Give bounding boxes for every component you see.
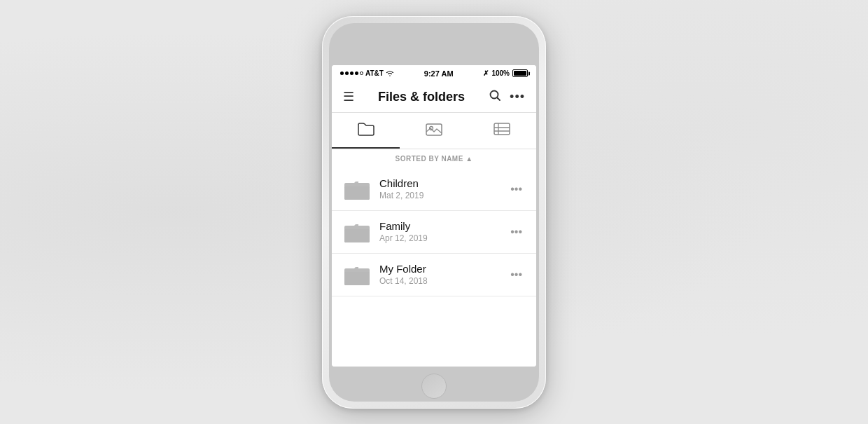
list-item[interactable]: Children Mat 2, 2019 ••• [332, 168, 536, 211]
svg-rect-4 [494, 123, 510, 135]
home-button[interactable] [421, 374, 447, 399]
list-item[interactable]: Family Apr 12, 2019 ••• [332, 211, 536, 254]
page-title: Files & folders [378, 90, 465, 104]
battery-icon [512, 69, 528, 77]
phone-device: AT&T 9:27 AM ✗ 100% [322, 16, 546, 409]
file-name: My Folder [379, 263, 507, 275]
signal-indicator [340, 71, 363, 75]
signal-dot-5 [360, 71, 363, 75]
bluetooth-icon: ✗ [483, 69, 489, 77]
file-more-button[interactable]: ••• [507, 266, 525, 284]
wifi-icon [386, 69, 394, 78]
file-date: Mat 2, 2019 [379, 191, 507, 200]
folder-icon [343, 262, 371, 287]
file-list: Children Mat 2, 2019 ••• Family [332, 168, 536, 367]
file-more-button[interactable]: ••• [507, 180, 525, 198]
folder-icon [343, 177, 371, 202]
phone-outer-shell: AT&T 9:27 AM ✗ 100% [322, 16, 546, 409]
list-tab-icon [493, 122, 510, 139]
file-name: Family [379, 220, 507, 232]
phone-screen: AT&T 9:27 AM ✗ 100% [332, 65, 536, 367]
header-actions: ••• [489, 89, 525, 105]
sort-bar[interactable]: SORTED BY NAME ▲ [332, 149, 536, 168]
menu-button[interactable]: ☰ [343, 90, 354, 103]
svg-rect-11 [344, 229, 370, 242]
list-item[interactable]: My Folder Oct 14, 2018 ••• [332, 254, 536, 296]
file-date: Oct 14, 2018 [379, 276, 507, 286]
file-date: Apr 12, 2019 [379, 233, 507, 243]
tab-list[interactable] [468, 114, 536, 148]
svg-rect-9 [344, 186, 370, 200]
status-left: AT&T [340, 69, 394, 78]
svg-line-1 [498, 97, 500, 100]
photos-tab-icon [426, 122, 442, 139]
file-info: Children Mat 2, 2019 [379, 177, 507, 200]
battery-percent: 100% [491, 69, 510, 77]
status-bar: AT&T 9:27 AM ✗ 100% [332, 65, 536, 82]
signal-dot-3 [350, 71, 354, 75]
status-right: ✗ 100% [483, 69, 528, 77]
more-options-button[interactable]: ••• [510, 90, 525, 104]
signal-dot-1 [340, 71, 344, 75]
tab-bar [332, 113, 536, 149]
status-time: 9:27 AM [424, 69, 454, 78]
svg-point-0 [491, 90, 498, 98]
search-button[interactable] [489, 89, 501, 105]
tab-folders[interactable] [332, 113, 400, 149]
folder-icon [343, 219, 371, 245]
battery-fill [514, 71, 526, 76]
file-name: Children [379, 177, 507, 189]
signal-dot-2 [345, 71, 349, 75]
file-info: My Folder Oct 14, 2018 [379, 263, 507, 286]
tab-photos[interactable] [400, 114, 468, 148]
file-info: Family Apr 12, 2019 [379, 220, 507, 243]
app-header: ☰ Files & folders ••• [332, 82, 536, 113]
signal-dot-4 [355, 71, 358, 75]
carrier-label: AT&T [365, 69, 384, 77]
file-more-button[interactable]: ••• [507, 223, 525, 241]
folder-tab-icon [357, 121, 375, 140]
svg-rect-13 [344, 272, 370, 285]
sort-label: SORTED BY NAME ▲ [395, 155, 472, 163]
